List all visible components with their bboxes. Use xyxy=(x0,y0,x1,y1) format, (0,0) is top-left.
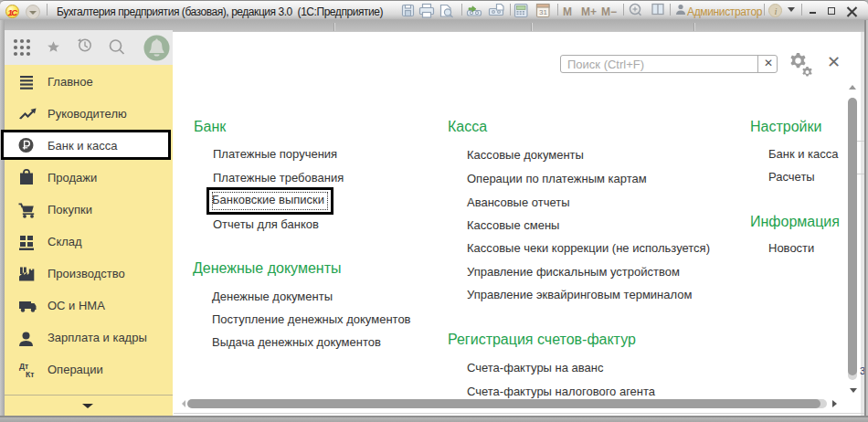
svg-text:Кт: Кт xyxy=(26,370,34,379)
svg-text:31: 31 xyxy=(539,8,547,16)
